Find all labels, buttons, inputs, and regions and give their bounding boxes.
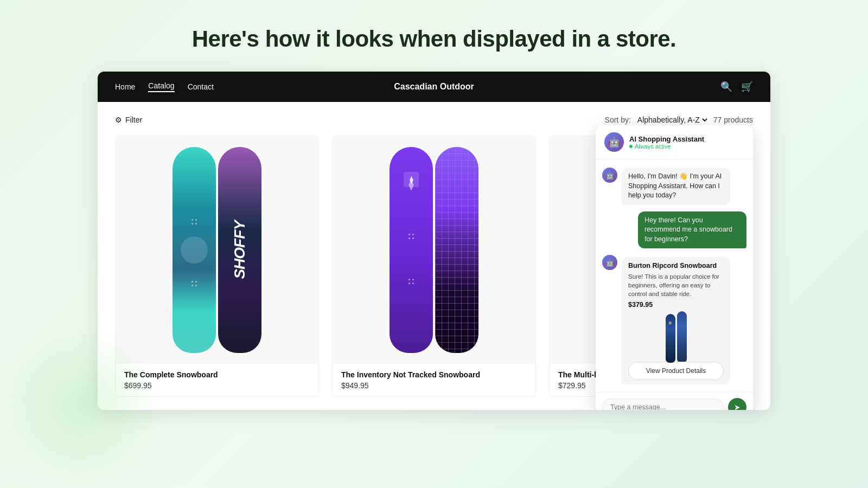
chat-status: Always active xyxy=(629,143,704,150)
snowboard-complete: SHOFFY xyxy=(173,147,261,353)
chat-widget: 🤖 AI Shopping Assistant Always active xyxy=(596,125,753,410)
board-text: SHOFFY xyxy=(232,221,247,279)
products-grid: SHOFFY The Complete Snowboard $699.95 ⧫ xyxy=(115,136,753,397)
assistant-bubble-1: Hello, I'm Davin! 👋 I'm your AI Shopping… xyxy=(622,168,730,205)
filter-label: Filter xyxy=(125,115,142,124)
filter-icon: ⚙ xyxy=(115,115,122,124)
sort-select[interactable]: Alphabetically, A-Z xyxy=(635,115,709,125)
assistant-avatar-2: 🤖 xyxy=(602,255,617,270)
send-icon: ➤ xyxy=(734,403,741,410)
board-dots-bottom-left xyxy=(192,281,197,286)
grid-pattern xyxy=(435,147,478,353)
chat-send-button[interactable]: ➤ xyxy=(728,398,746,410)
nav-link-contact[interactable]: Contact xyxy=(188,82,214,91)
nav-link-catalog[interactable]: Catalog xyxy=(148,81,174,92)
nav-links: Home Catalog Contact xyxy=(115,81,214,92)
chat-message-2: Hey there! Can you recommend me a snowbo… xyxy=(602,211,746,249)
store-content: ⚙ Filter Sort by: Alphabetically, A-Z 77… xyxy=(98,102,770,410)
sort-area: Sort by: Alphabetically, A-Z 77 products xyxy=(605,115,753,125)
chat-messages: 🤖 Hello, I'm Davin! 👋 I'm your AI Shoppi… xyxy=(596,160,753,392)
product-name-2: The Inventory Not Tracked Snowboard xyxy=(341,370,527,379)
store-title: Cascadian Outdoor xyxy=(394,82,474,92)
product-price-2: $949.95 xyxy=(341,381,527,390)
user-bubble-1: Hey there! Can you recommend me a snowbo… xyxy=(638,211,746,249)
rec-product-image: B xyxy=(654,314,698,357)
status-text: Always active xyxy=(635,143,671,150)
assistant-avatar-1: 🤖 xyxy=(602,168,617,183)
filter-sort-bar: ⚙ Filter Sort by: Alphabetically, A-Z 77… xyxy=(115,115,753,125)
rec-product-desc: Sure! This is a popular choice for begin… xyxy=(628,272,724,298)
view-product-details-button[interactable]: View Product Details xyxy=(628,362,724,380)
board-purple-left: ⧫ xyxy=(390,147,433,353)
board-purple-right xyxy=(435,147,478,353)
nav-link-home[interactable]: Home xyxy=(115,82,135,91)
chat-input-area: ➤ xyxy=(596,392,753,410)
status-dot xyxy=(629,145,633,148)
rec-product-name: Burton Ripcord Snowboard xyxy=(628,261,724,271)
board-dots-top-left xyxy=(192,219,197,224)
hero-heading: Here's how it looks when displayed in a … xyxy=(192,26,676,52)
chat-message-3: 🤖 Burton Ripcord Snowboard Sure! This is… xyxy=(602,255,746,384)
cart-icon[interactable]: 🛒 xyxy=(741,81,753,93)
chat-message-1: 🤖 Hello, I'm Davin! 👋 I'm your AI Shoppi… xyxy=(602,168,746,205)
store-nav: Home Catalog Contact Cascadian Outdoor 🔍… xyxy=(98,72,770,102)
chat-title: AI Shopping Assistant xyxy=(629,135,704,143)
chat-input[interactable] xyxy=(602,399,724,410)
product-card-2[interactable]: ⧫ xyxy=(332,136,536,397)
board-purple-dots-bottom xyxy=(409,279,414,284)
assistant-bubble-2: Burton Ripcord Snowboard Sure! This is a… xyxy=(622,257,730,384)
products-count: 77 products xyxy=(713,115,753,124)
product-name-1: The Complete Snowboard xyxy=(124,370,310,379)
board-right: SHOFFY xyxy=(218,147,261,353)
board-purple-dots-top xyxy=(409,234,414,239)
chat-avatar: 🤖 xyxy=(604,132,624,152)
filter-button[interactable]: ⚙ Filter xyxy=(115,115,142,124)
product-price-1: $699.95 xyxy=(124,381,310,390)
board-left xyxy=(173,147,216,353)
nav-icons: 🔍 🛒 xyxy=(720,81,753,93)
product-image-1: SHOFFY xyxy=(116,136,318,364)
search-icon[interactable]: 🔍 xyxy=(720,81,732,93)
avatar-image: 🤖 xyxy=(604,132,624,152)
product-info-2: The Inventory Not Tracked Snowboard $949… xyxy=(333,364,535,396)
snowboard-inventory: ⧫ xyxy=(390,147,478,353)
sort-label: Sort by: xyxy=(605,115,631,124)
product-image-2: ⧫ xyxy=(333,136,535,364)
product-card-1[interactable]: SHOFFY The Complete Snowboard $699.95 xyxy=(115,136,319,397)
chat-header-info: AI Shopping Assistant Always active xyxy=(629,135,704,150)
product-info-1: The Complete Snowboard $699.95 xyxy=(116,364,318,396)
chat-header: 🤖 AI Shopping Assistant Always active xyxy=(596,125,753,160)
store-mockup: Home Catalog Contact Cascadian Outdoor 🔍… xyxy=(98,72,770,410)
